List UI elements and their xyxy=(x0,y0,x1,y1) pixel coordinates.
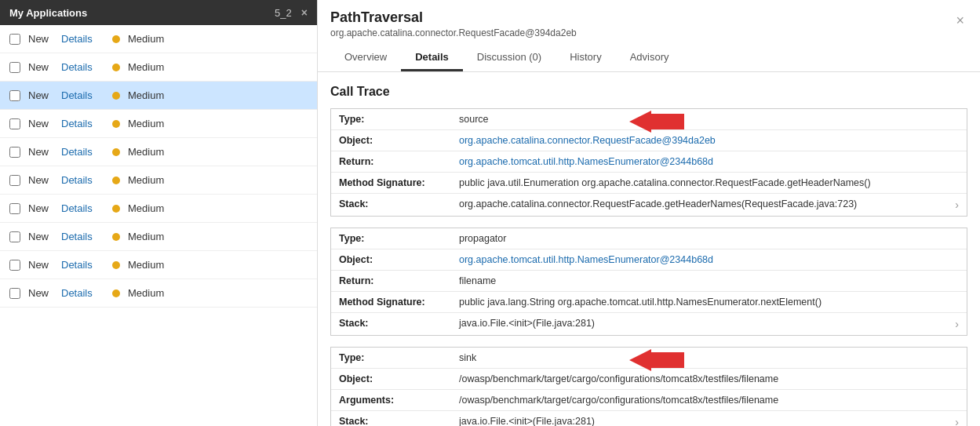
list-item[interactable]: NewDetailsMedium xyxy=(0,82,317,110)
trace-row: Object:/owasp/benchmark/target/cargo/con… xyxy=(331,369,967,390)
right-header: PathTraversal org.apache.catalina.connec… xyxy=(318,0,980,72)
severity-dot xyxy=(112,205,120,213)
page-subtitle: org.apache.catalina.connector.RequestFac… xyxy=(330,27,953,38)
trace-row[interactable]: Stack:java.io.File.<init>(File.java:281)… xyxy=(331,411,967,426)
severity-label: Medium xyxy=(128,89,164,101)
trace-label: Object: xyxy=(339,254,453,265)
severity-label: Medium xyxy=(128,259,164,271)
row-checkbox[interactable] xyxy=(9,147,20,158)
trace-label: Type: xyxy=(339,233,453,244)
trace-row: Type:sink xyxy=(331,348,967,369)
list-item[interactable]: NewDetailsMedium xyxy=(0,166,317,195)
details-link[interactable]: Details xyxy=(61,231,104,242)
details-link[interactable]: Details xyxy=(61,146,104,158)
details-link[interactable]: Details xyxy=(61,61,104,73)
row-checkbox[interactable] xyxy=(9,260,20,271)
trace-label: Return: xyxy=(339,156,453,167)
row-checkbox[interactable] xyxy=(9,118,20,129)
details-link[interactable]: Details xyxy=(61,174,104,186)
details-link[interactable]: Details xyxy=(61,287,104,299)
details-link[interactable]: Details xyxy=(61,259,104,271)
trace-value: java.io.File.<init>(File.java:281) xyxy=(459,416,942,426)
trace-value[interactable]: org.apache.catalina.connector.RequestFac… xyxy=(459,135,959,146)
chevron-right-icon[interactable]: › xyxy=(955,318,959,330)
severity-dot xyxy=(112,92,120,100)
trace-value: source xyxy=(459,114,959,125)
left-panel-count: 5_2 xyxy=(275,7,292,19)
right-body: Call Trace Type:source Object:org.apache… xyxy=(318,72,980,426)
arrow-annotation xyxy=(629,111,684,133)
row-status: New xyxy=(28,146,53,158)
row-checkbox[interactable] xyxy=(9,62,20,73)
details-link[interactable]: Details xyxy=(61,33,104,45)
list-item[interactable]: NewDetailsMedium xyxy=(0,25,317,53)
tab-details[interactable]: Details xyxy=(401,45,463,71)
severity-dot xyxy=(112,261,120,269)
trace-value: public java.lang.String org.apache.tomca… xyxy=(459,297,959,308)
list-item[interactable]: NewDetailsMedium xyxy=(0,251,317,279)
trace-label: Stack: xyxy=(339,198,453,209)
arrow-annotation xyxy=(629,349,684,371)
trace-row[interactable]: Stack:org.apache.catalina.connector.Requ… xyxy=(331,194,967,216)
row-checkbox[interactable] xyxy=(9,203,20,214)
severity-dot xyxy=(112,289,120,297)
trace-block: Type:sink Object:/owasp/benchmark/target… xyxy=(330,347,967,426)
list-item[interactable]: NewDetailsMedium xyxy=(0,223,317,251)
trace-block: Type:source Object:org.apache.catalina.c… xyxy=(330,108,967,217)
trace-block: Type:propagatorObject:org.apache.tomcat.… xyxy=(330,228,967,336)
row-checkbox[interactable] xyxy=(9,288,20,299)
trace-value[interactable]: org.apache.tomcat.util.http.NamesEnumera… xyxy=(459,254,959,265)
list-item[interactable]: NewDetailsMedium xyxy=(0,195,317,223)
tabs: OverviewDetailsDiscussion (0)HistoryAdvi… xyxy=(330,45,953,71)
severity-label: Medium xyxy=(128,174,164,186)
trace-value: sink xyxy=(459,352,959,363)
trace-value: filename xyxy=(459,275,959,286)
severity-dot xyxy=(112,64,120,71)
tab-history[interactable]: History xyxy=(556,45,615,71)
left-header: My Applications 5_2 × xyxy=(0,0,317,25)
list-item[interactable]: NewDetailsMedium xyxy=(0,279,317,308)
trace-label: Object: xyxy=(339,135,453,146)
details-link[interactable]: Details xyxy=(61,89,104,101)
row-checkbox[interactable] xyxy=(9,34,20,45)
trace-row: Arguments:/owasp/benchmark/target/cargo/… xyxy=(331,390,967,411)
trace-label: Return: xyxy=(339,275,453,286)
trace-label: Stack: xyxy=(339,318,453,329)
svg-marker-1 xyxy=(629,349,684,371)
left-panel-close[interactable]: × xyxy=(301,6,308,19)
row-status: New xyxy=(28,33,53,45)
left-panel: My Applications 5_2 × NewDetailsMediumNe… xyxy=(0,0,318,426)
tab-overview[interactable]: Overview xyxy=(330,45,401,71)
row-checkbox[interactable] xyxy=(9,175,20,186)
tab-advisory[interactable]: Advisory xyxy=(616,45,683,71)
row-status: New xyxy=(28,287,53,299)
severity-dot xyxy=(112,120,120,128)
details-link[interactable]: Details xyxy=(61,202,104,214)
trace-value[interactable]: org.apache.tomcat.util.http.NamesEnumera… xyxy=(459,156,959,167)
list-item[interactable]: NewDetailsMedium xyxy=(0,53,317,82)
list-item[interactable]: NewDetailsMedium xyxy=(0,138,317,166)
chevron-right-icon[interactable]: › xyxy=(955,416,959,426)
details-link[interactable]: Details xyxy=(61,118,104,129)
row-status: New xyxy=(28,259,53,271)
trace-label: Type: xyxy=(339,114,453,125)
trace-row: Type:propagator xyxy=(331,228,967,249)
tab-discussion--0-[interactable]: Discussion (0) xyxy=(463,45,556,71)
row-checkbox[interactable] xyxy=(9,231,20,242)
row-status: New xyxy=(28,202,53,214)
trace-label: Method Signature: xyxy=(339,297,453,308)
trace-label: Method Signature: xyxy=(339,177,453,188)
trace-row[interactable]: Stack:java.io.File.<init>(File.java:281)… xyxy=(331,313,967,335)
row-status: New xyxy=(28,231,53,242)
list-item[interactable]: NewDetailsMedium xyxy=(0,110,317,138)
chevron-right-icon[interactable]: › xyxy=(955,198,959,211)
close-button[interactable]: × xyxy=(953,9,967,32)
trace-blocks: Type:source Object:org.apache.catalina.c… xyxy=(330,108,967,426)
row-status: New xyxy=(28,118,53,129)
severity-label: Medium xyxy=(128,118,164,129)
row-checkbox[interactable] xyxy=(9,90,20,101)
trace-row: Return:org.apache.tomcat.util.http.Names… xyxy=(331,151,967,173)
severity-label: Medium xyxy=(128,231,164,242)
severity-label: Medium xyxy=(128,202,164,214)
trace-value: public java.util.Enumeration org.apache.… xyxy=(459,177,959,188)
